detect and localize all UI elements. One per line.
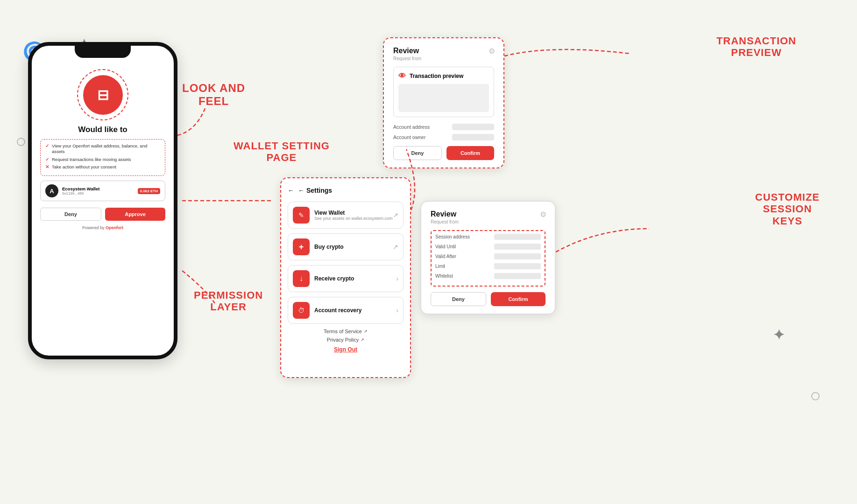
- tx-preview-label: Transaction preview: [410, 73, 463, 79]
- permission-layer-label: PERMISSIONLAYER: [194, 289, 263, 313]
- openfort-link[interactable]: Openfort: [106, 225, 123, 230]
- wallet-row: A Ecosystem Wallet 0x1139...456 0.063 ET…: [40, 181, 165, 201]
- perm-text-3: Take action without your consent: [52, 164, 116, 170]
- valid-until-field: Valid Until: [435, 244, 541, 250]
- whitelist-field: Whitelist: [435, 273, 541, 279]
- review-bottom-title: Review: [431, 210, 545, 218]
- settings-links: Terms of Service ↗ Privacy Policy ↗ Sign…: [288, 329, 404, 353]
- gear-icon-bottom[interactable]: ⚙: [540, 210, 546, 219]
- session-address-value: [494, 234, 541, 240]
- valid-until-label: Valid Until: [435, 244, 473, 249]
- buy-crypto-icon-box: +: [293, 238, 310, 255]
- wallet-setting-label: WALLET SETTINGPAGE: [234, 140, 330, 164]
- perm-text-1: View your Openfort wallet address, balan…: [52, 143, 160, 155]
- review-bottom-confirm-button[interactable]: Confirm: [491, 292, 545, 306]
- view-wallet-icon-box: ✎: [293, 207, 310, 224]
- account-owner-value: [452, 134, 494, 140]
- valid-after-label: Valid After: [435, 254, 473, 259]
- review-top-deny-button[interactable]: Deny: [393, 146, 442, 160]
- buy-crypto-title: Buy crypto: [314, 244, 344, 250]
- recovery-icon: ⏱: [298, 307, 305, 314]
- settings-panel: ← ← Settings ✎ View Wallet See your asse…: [280, 177, 411, 378]
- wallet-avatar: A: [45, 184, 58, 197]
- deco-circle-1: [17, 138, 25, 146]
- receive-crypto-icon-box: ↓: [293, 270, 310, 287]
- perm-item-1: ✓ View your Openfort wallet address, bal…: [45, 143, 160, 155]
- limit-label: Limit: [435, 264, 473, 269]
- transaction-preview-label: TRANSACTIONPREVIEW: [716, 35, 796, 59]
- review-top-request-from: Request from: [393, 56, 494, 61]
- gear-icon-top[interactable]: ⚙: [489, 47, 495, 56]
- session-address-label: Session address: [435, 234, 473, 239]
- tx-preview-content: [398, 84, 489, 112]
- review-top-btn-row: Deny Confirm: [393, 146, 494, 160]
- buy-crypto-arrow-icon: ↗: [393, 243, 398, 251]
- settings-header: ← ← Settings: [288, 187, 404, 194]
- tx-preview-box: 👁 Transaction preview: [393, 67, 494, 117]
- account-address-value: [452, 124, 494, 130]
- external-link-icon-2: ↗: [361, 337, 364, 342]
- valid-after-value: [494, 253, 541, 259]
- receive-crypto-icon: ↓: [299, 274, 303, 283]
- perm-item-2: ✓ Request transactions like moving asset…: [45, 157, 160, 162]
- perm-check-2: ✓: [45, 157, 49, 162]
- whitelist-value: [494, 273, 541, 279]
- would-like-text: Would like to: [78, 125, 127, 134]
- limit-value: [494, 263, 541, 269]
- phone-container: ⊟ Would like to ✓ View your Openfort wal…: [28, 42, 177, 359]
- review-field-owner: Account owner: [393, 134, 494, 140]
- perm-x-3: ✕: [45, 164, 49, 170]
- view-wallet-arrow-icon: ↗: [393, 211, 398, 219]
- account-recovery-title: Account recovery: [314, 307, 361, 314]
- privacy-link[interactable]: Privacy Policy ↗: [288, 337, 404, 343]
- perm-item-3: ✕ Take action without your consent: [45, 164, 160, 170]
- review-panel-session: ⚙ Review Request from Session address Va…: [420, 201, 556, 315]
- review-top-title: Review: [393, 47, 494, 55]
- deco-plus-2: ✦: [773, 327, 785, 343]
- receive-crypto-title: Receive crypto: [314, 275, 354, 282]
- powered-by: Powered by Openfort: [82, 225, 123, 230]
- review-top-confirm-button[interactable]: Confirm: [446, 146, 494, 160]
- signout-link[interactable]: Sign Out: [288, 346, 404, 353]
- settings-item-buy-crypto[interactable]: + Buy crypto ↗: [288, 233, 404, 260]
- account-owner-label: Account owner: [393, 134, 425, 140]
- wallet-name: Ecosystem Wallet: [62, 186, 99, 191]
- customize-session-label: CUSTOMIZESESSIONKEYS: [755, 191, 820, 227]
- view-wallet-title: View Wallet: [314, 210, 393, 216]
- valid-until-value: [494, 244, 541, 250]
- settings-item-view-wallet[interactable]: ✎ View Wallet See your assets on wallet.…: [288, 202, 404, 229]
- external-link-icon-1: ↗: [364, 329, 368, 334]
- review-panel-transaction: ⚙ Review Request from 👁 Transaction prev…: [383, 37, 504, 168]
- session-fields-box: Session address Valid Until Valid After …: [431, 230, 545, 287]
- terms-link[interactable]: Terms of Service ↗: [288, 329, 404, 334]
- approve-button[interactable]: Approve: [105, 208, 165, 221]
- settings-item-receive-crypto[interactable]: ↓ Receive crypto ›: [288, 265, 404, 292]
- limit-field: Limit: [435, 263, 541, 269]
- back-arrow-icon: ←: [288, 187, 294, 194]
- session-address-field: Session address: [435, 234, 541, 240]
- settings-title: ← Settings: [298, 187, 332, 194]
- perm-text-2: Request transactions like moving assets: [52, 157, 131, 162]
- wallet-icon: ✎: [298, 211, 304, 219]
- logo-inner: ⊟: [83, 75, 123, 115]
- review-bottom-deny-button[interactable]: Deny: [431, 292, 486, 306]
- deny-button[interactable]: Deny: [40, 208, 101, 221]
- permissions-box: ✓ View your Openfort wallet address, bal…: [40, 139, 165, 176]
- privacy-label: Privacy Policy: [327, 337, 359, 343]
- whitelist-label: Whitelist: [435, 273, 473, 279]
- logo-circle: ⊟: [77, 69, 128, 120]
- deco-circle-2: [811, 392, 820, 400]
- logo-m-icon: ⊟: [97, 87, 109, 103]
- settings-item-account-recovery[interactable]: ⏱ Account recovery ›: [288, 297, 404, 324]
- tx-preview-header: 👁 Transaction preview: [398, 72, 489, 80]
- review-bottom-request-from: Request from: [431, 219, 545, 224]
- valid-after-field: Valid After: [435, 253, 541, 259]
- wallet-address: 0x1139...456: [62, 191, 99, 196]
- wallet-eth-badge: 0.063 ETH: [138, 188, 160, 194]
- view-wallet-sub: See your assets on wallet.ecosystem.com: [314, 216, 393, 221]
- terms-label: Terms of Service: [324, 329, 362, 334]
- review-bottom-btn-row: Deny Confirm: [431, 292, 545, 306]
- account-address-label: Account address: [393, 124, 430, 130]
- receive-crypto-arrow-icon: ›: [396, 275, 398, 282]
- perm-check-1: ✓: [45, 143, 49, 149]
